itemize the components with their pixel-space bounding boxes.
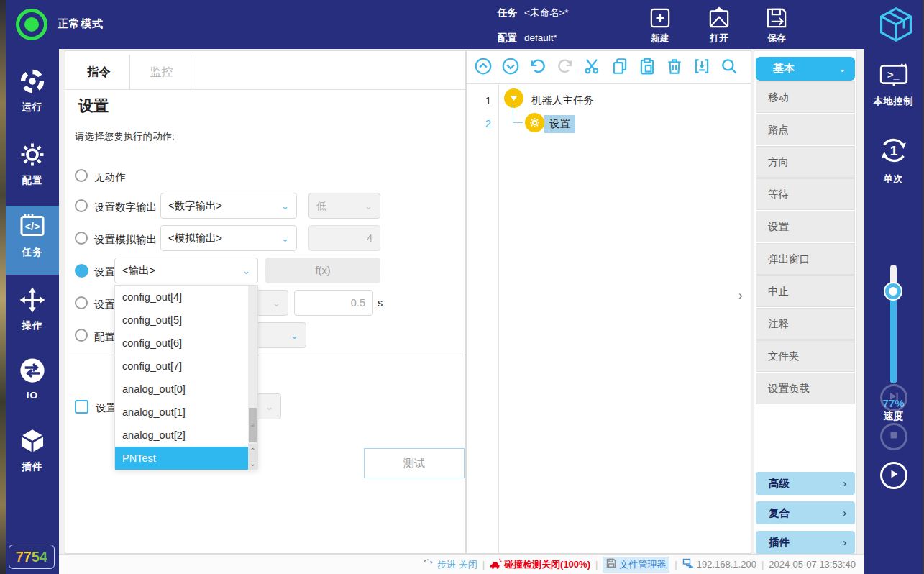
dropdown-option[interactable]: config_out[5]	[115, 309, 250, 332]
delete-icon[interactable]	[665, 57, 684, 78]
sidebar-item-task[interactable]: </> 任务	[6, 206, 59, 275]
stop-button[interactable]	[880, 423, 907, 450]
dropdown-option[interactable]: analog_out[2]	[115, 424, 250, 447]
tree-line-number: 2	[467, 117, 491, 129]
sidebar-item-config[interactable]: 配置	[6, 135, 59, 187]
dropdown-option[interactable]: analog_out[0]	[115, 378, 250, 401]
local-control-button[interactable]: >_ 本地控制	[864, 63, 923, 108]
dropdown-scroll-up-icon[interactable]: ⌃	[248, 444, 257, 457]
separator: |	[761, 559, 764, 570]
menu-group-composite[interactable]: 复合›	[756, 501, 855, 524]
dropdown-option[interactable]: config_out[7]	[115, 355, 250, 378]
tree-node-root[interactable]: 机器人主任务	[526, 91, 599, 109]
cut-icon[interactable]	[583, 57, 602, 78]
speed-slider-handle[interactable]	[885, 283, 901, 299]
fx-expression-button[interactable]: f(x)	[265, 258, 380, 283]
chevron-down-icon: ⌄	[838, 63, 846, 74]
tab-command[interactable]: 指令	[68, 55, 130, 89]
open-button-label: 打开	[696, 32, 742, 45]
dropdown-scroll-down-icon[interactable]: ⌄	[248, 457, 257, 470]
collision-status[interactable]: 碰撞检测关闭(100%)	[490, 558, 590, 571]
sidebar-item-label: 运行	[6, 101, 59, 114]
pulse-time-field[interactable]: 0.5	[294, 290, 373, 316]
tree-node-set-selected[interactable]: 设置	[544, 115, 575, 133]
radio-set-output-label: 设置	[94, 265, 115, 279]
copy-icon[interactable]	[610, 57, 629, 78]
task-name: 任务<未命名>*	[498, 6, 569, 19]
sidebar-item-plugin[interactable]: 插件	[6, 422, 59, 473]
right-control-bar: >_ 本地控制 1 单次 77% 速度	[864, 49, 923, 574]
command-menu-panel: 基本⌄ 移动 路点 方向 等待 设置 弹出窗口 中止 注释 文件夹 设置负载 高…	[754, 50, 857, 554]
sidebar-item-label: 任务	[6, 246, 59, 259]
dropdown-option[interactable]: analog_out[1]	[115, 401, 250, 424]
tab-monitor[interactable]: 监控	[130, 55, 193, 89]
set-checkbox[interactable]	[75, 400, 88, 414]
open-button[interactable]: 打开	[696, 6, 742, 45]
speed-slider-fill	[890, 291, 897, 383]
dropdown-option-selected[interactable]: PNTest	[115, 447, 250, 470]
terminal-icon: >_	[879, 79, 909, 91]
sidebar-item-label: 插件	[6, 460, 59, 473]
menu-item-comment[interactable]: 注释	[756, 308, 855, 340]
set-node-gear-icon[interactable]	[525, 113, 544, 132]
search-icon[interactable]	[720, 57, 738, 78]
radio-pulse-output-label: 设置	[94, 298, 115, 311]
chevron-down-icon: ⌄	[365, 201, 372, 211]
digital-level-select[interactable]: 低⌄	[308, 193, 380, 219]
file-manager-button[interactable]: 文件管理器	[603, 557, 669, 573]
topbar: 正常模式 任务<未命名>* 配置default* 新建 打开 保存	[6, 0, 923, 49]
play-button[interactable]	[880, 462, 907, 489]
left-sidebar: 运行 配置 </> 任务 操作 IO 插件 7754	[6, 49, 59, 574]
menu-item-wait[interactable]: 等待	[756, 178, 855, 210]
menu-item-waypoint[interactable]: 路点	[756, 114, 855, 145]
output-select[interactable]: <输出>⌄	[114, 258, 258, 283]
menu-item-direction[interactable]: 方向	[756, 146, 855, 178]
tree-toolbar	[467, 51, 751, 84]
speed-slider[interactable]	[890, 265, 897, 383]
panel-expander-chevron[interactable]: ›	[738, 288, 743, 303]
redo-icon[interactable]	[556, 57, 575, 78]
move-up-icon[interactable]	[474, 57, 493, 78]
undo-icon[interactable]	[529, 57, 547, 78]
menu-group-advanced[interactable]: 高级›	[756, 472, 855, 495]
digital-output-select[interactable]: <数字输出>⌄	[160, 193, 297, 219]
analog-value-field[interactable]: 4	[308, 225, 380, 251]
menu-header-basic[interactable]: 基本⌄	[756, 57, 855, 81]
menu-item-abort[interactable]: 中止	[756, 275, 855, 307]
radio-analog-output[interactable]	[75, 232, 88, 245]
radio-config-output[interactable]	[75, 329, 88, 342]
save-button[interactable]: 保存	[754, 6, 800, 45]
dropdown-option[interactable]: config_out[4]	[115, 286, 250, 309]
separator: |	[674, 559, 677, 570]
set-checkbox-label: 设置	[96, 401, 116, 415]
step-forward-button[interactable]	[880, 384, 907, 411]
dropdown-scrollbar-thumb[interactable]: ≡	[249, 408, 257, 442]
paste-icon[interactable]	[638, 57, 657, 78]
radio-no-action[interactable]	[75, 169, 88, 182]
sidebar-item-run[interactable]: 运行	[6, 62, 59, 114]
radio-pulse-output[interactable]	[75, 296, 88, 309]
collision-icon	[490, 558, 502, 571]
menu-item-move[interactable]: 移动	[756, 81, 855, 113]
new-button[interactable]: 新建	[637, 6, 683, 45]
menu-item-set-payload[interactable]: 设置负载	[756, 373, 855, 404]
move-down-icon[interactable]	[501, 57, 520, 78]
analog-output-select[interactable]: <模拟输出>⌄	[160, 225, 297, 251]
radio-set-output[interactable]	[75, 264, 88, 278]
single-cycle-button[interactable]: 1 单次	[864, 134, 923, 186]
test-button[interactable]: 测试	[364, 448, 465, 478]
chevron-down-icon: ⌄	[281, 233, 289, 244]
sidebar-item-io[interactable]: IO	[6, 351, 59, 401]
insert-icon[interactable]	[692, 57, 711, 78]
app-root: 正常模式 任务<未命名>* 配置default* 新建 打开 保存 运行 配置	[0, 0, 924, 574]
single-cycle-icon: 1	[877, 157, 910, 169]
radio-digital-output[interactable]	[75, 199, 88, 212]
dropdown-scrollbar[interactable]: ≡ ⌃ ⌄	[248, 286, 257, 470]
menu-item-folder[interactable]: 文件夹	[756, 340, 855, 372]
menu-group-plugin[interactable]: 插件›	[756, 531, 855, 554]
menu-item-set[interactable]: 设置	[756, 211, 855, 242]
menu-item-popup[interactable]: 弹出窗口	[756, 243, 855, 275]
sidebar-item-operate[interactable]: 操作	[6, 281, 59, 332]
dropdown-option[interactable]: config_out[6]	[115, 332, 250, 355]
step-status[interactable]: 步进 关闭	[423, 558, 477, 571]
